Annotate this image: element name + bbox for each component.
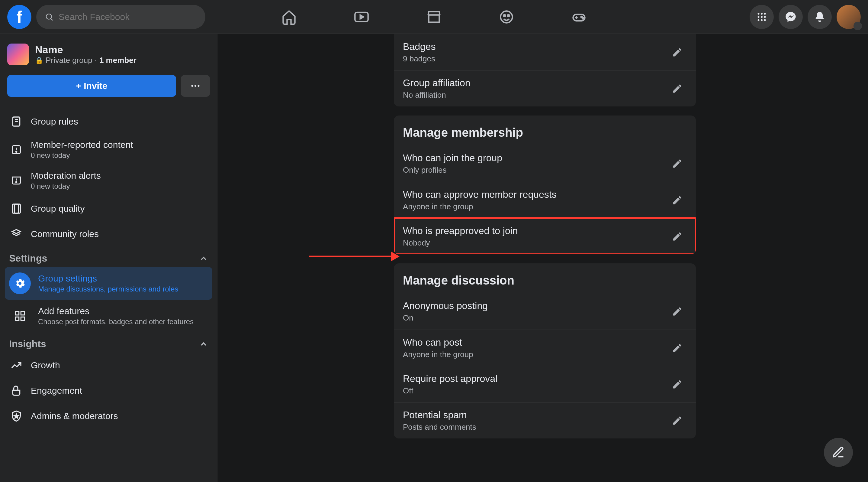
watch-icon[interactable] (352, 8, 371, 26)
nav-tabs (280, 8, 588, 26)
sidebar-item-label: Moderation alerts (31, 171, 101, 181)
sidebar-item-engagement[interactable]: Engagement (5, 378, 212, 403)
sidebar-section-settings[interactable]: Settings (5, 247, 212, 267)
moderation-icon (9, 173, 24, 188)
svg-point-19 (761, 19, 763, 21)
edit-button[interactable] (668, 338, 687, 358)
setting-value: Off (403, 386, 497, 396)
sidebar-item-label: Growth (31, 360, 60, 370)
quality-icon (9, 201, 24, 216)
card-setup: Badges 9 badges Group affiliation No aff… (394, 34, 696, 107)
sidebar-item-sub: Choose post formats, badges and other fe… (38, 317, 194, 326)
sidebar-item-label: Engagement (31, 386, 82, 396)
sidebar: Name 🔒 Private group · 1 member + Invite… (0, 34, 217, 482)
svg-point-11 (582, 18, 584, 19)
facebook-logo[interactable]: f (7, 5, 31, 29)
edit-button[interactable] (668, 191, 687, 210)
sidebar-item-group-rules[interactable]: Group rules (5, 109, 212, 134)
search-icon (45, 12, 59, 22)
sidebar-item-admins[interactable]: Admins & moderators (5, 403, 212, 429)
sidebar-item-group-settings[interactable]: Group settings Manage discussions, permi… (5, 267, 212, 300)
setting-row-require-approval[interactable]: Require post approval Off (394, 366, 696, 402)
svg-point-17 (764, 16, 766, 18)
sidebar-item-label: Admins & moderators (31, 411, 118, 421)
setting-row-anonymous-posting[interactable]: Anonymous posting On (394, 293, 696, 330)
nav-right (750, 5, 861, 29)
report-icon (9, 142, 24, 157)
svg-rect-33 (14, 204, 20, 213)
compose-button[interactable] (824, 438, 853, 467)
svg-point-31 (16, 181, 17, 182)
edit-button[interactable] (668, 375, 687, 394)
sidebar-item-moderation-alerts[interactable]: Moderation alerts 0 new today (5, 165, 212, 196)
sidebar-item-sub: 0 new today (31, 182, 101, 191)
chevron-up-icon (199, 254, 208, 263)
svg-point-0 (46, 14, 52, 19)
svg-point-12 (758, 13, 760, 15)
svg-point-18 (758, 19, 760, 21)
menu-grid-icon[interactable] (750, 5, 774, 29)
more-options-button[interactable] (181, 75, 210, 97)
sidebar-item-member-reported[interactable]: Member-reported content 0 new today (5, 134, 212, 165)
card-discussion: Manage discussion Anonymous posting On W… (394, 263, 696, 438)
edit-button[interactable] (668, 227, 687, 246)
sidebar-item-growth[interactable]: Growth (5, 352, 212, 378)
setting-title: Potential spam (403, 409, 476, 421)
setting-value: 9 badges (403, 54, 436, 63)
edit-button[interactable] (668, 411, 687, 430)
sidebar-item-label: Group settings (38, 273, 178, 284)
sidebar-item-label: Community roles (31, 229, 99, 239)
lock-icon: 🔒 (35, 57, 43, 64)
account-avatar[interactable] (837, 5, 861, 29)
edit-button[interactable] (668, 79, 687, 98)
edit-button[interactable] (668, 302, 687, 321)
sidebar-item-add-features[interactable]: Add features Choose post formats, badges… (5, 300, 212, 332)
edit-button[interactable] (668, 42, 687, 62)
sidebar-item-label: Group quality (31, 203, 85, 214)
svg-point-29 (16, 151, 17, 152)
setting-row-who-can-post[interactable]: Who can post Anyone in the group (394, 330, 696, 366)
sidebar-item-community-roles[interactable]: Community roles (5, 221, 212, 247)
setting-value: Anyone in the group (403, 202, 557, 211)
group-member-count: 1 member (99, 56, 136, 65)
group-cover-image (7, 44, 29, 65)
search-input-container[interactable] (36, 5, 205, 29)
groups-icon[interactable] (497, 8, 516, 26)
sidebar-item-group-quality[interactable]: Group quality (5, 196, 212, 221)
gaming-icon[interactable] (570, 8, 588, 26)
setting-row-badges[interactable]: Badges 9 badges (394, 34, 696, 70)
home-icon[interactable] (280, 8, 298, 26)
edit-button[interactable] (668, 154, 687, 173)
notifications-icon[interactable] (808, 5, 832, 29)
setting-title: Group affiliation (403, 78, 470, 89)
setting-row-potential-spam[interactable]: Potential spam Posts and comments (394, 402, 696, 438)
invite-button[interactable]: + Invite (7, 75, 176, 97)
svg-marker-38 (14, 414, 18, 418)
sidebar-section-insights[interactable]: Insights (5, 332, 212, 352)
group-header[interactable]: Name 🔒 Private group · 1 member (5, 41, 212, 68)
growth-icon (9, 358, 24, 372)
setting-title: Who can join the group (403, 152, 502, 164)
messenger-icon[interactable] (779, 5, 803, 29)
setting-row-affiliation[interactable]: Group affiliation No affiliation (394, 70, 696, 107)
card-heading: Manage discussion (394, 263, 696, 293)
search-input[interactable] (59, 12, 197, 22)
shield-icon (9, 409, 24, 423)
svg-point-15 (758, 16, 760, 18)
svg-point-13 (761, 13, 763, 15)
section-label: Insights (9, 338, 46, 349)
marketplace-icon[interactable] (425, 8, 443, 26)
svg-rect-35 (21, 311, 25, 315)
setting-title: Who can approve member requests (403, 189, 557, 200)
setting-value: Only profiles (403, 165, 502, 175)
svg-point-23 (198, 85, 199, 87)
sidebar-item-label: Add features (38, 306, 194, 316)
setting-title: Anonymous posting (403, 300, 488, 311)
svg-rect-32 (12, 204, 19, 213)
engagement-icon (9, 384, 24, 398)
setting-row-preapproved[interactable]: Who is preapproved to join Nobody (394, 218, 696, 254)
group-privacy: Private group (45, 56, 92, 65)
setting-value: Anyone in the group (403, 350, 473, 359)
setting-row-who-can-join[interactable]: Who can join the group Only profiles (394, 145, 696, 182)
setting-row-approve-requests[interactable]: Who can approve member requests Anyone i… (394, 182, 696, 218)
